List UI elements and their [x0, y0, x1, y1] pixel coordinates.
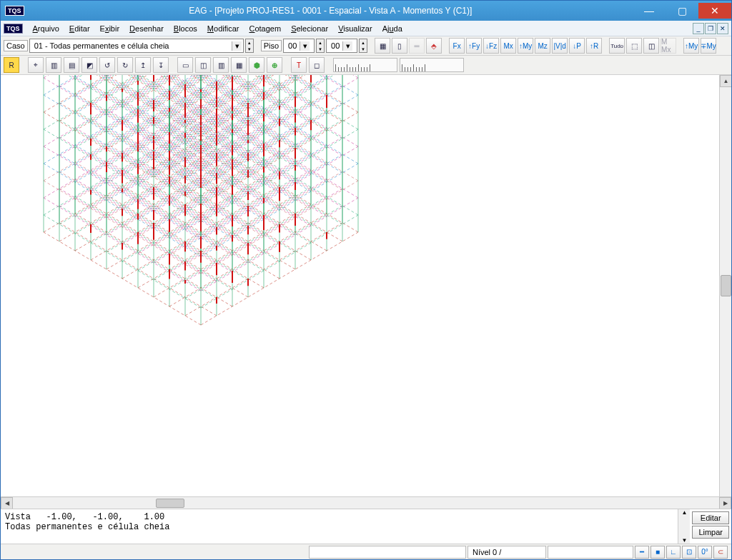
- ruler-2[interactable]: [400, 58, 464, 72]
- log-scrollbar[interactable]: ▲ ▼: [678, 509, 690, 544]
- log-scroll-up-icon[interactable]: ▲: [678, 509, 690, 516]
- filter1-button[interactable]: ⬚: [626, 38, 642, 54]
- fy-button[interactable]: ↑Fy: [466, 38, 482, 54]
- my-plus-button[interactable]: ↑My: [683, 38, 699, 54]
- rotate-left-button[interactable]: ↺: [99, 57, 115, 73]
- snap-perp-icon[interactable]: ∟: [666, 546, 681, 559]
- side-view-button[interactable]: ▤: [64, 57, 79, 73]
- toolbar-view: R ⌖ ▥ ▤ ◩ ↺ ↻ ↥ ↧ ▭ ◫ ▥ ▦ ⬢ ⊕ T ◻: [1, 56, 731, 75]
- column-view-button[interactable]: ▯: [392, 38, 407, 54]
- window-title: EAG - [Projeto PROJ-RES1 - 0001 - Espaci…: [29, 6, 633, 16]
- iso-view-button[interactable]: ◩: [81, 57, 97, 73]
- menu-arquivo[interactable]: Arquivo: [29, 23, 64, 34]
- floor-to-spinner[interactable]: ▲▼: [359, 39, 367, 53]
- limpar-button[interactable]: Limpar: [692, 526, 729, 539]
- menubar: TQS Arquivo Editar Exibir Desenhar Bloco…: [1, 21, 731, 36]
- maximize-button[interactable]: ▢: [666, 3, 698, 19]
- tudo-button[interactable]: Tudo: [609, 38, 625, 54]
- dropdown-icon[interactable]: ▾: [300, 41, 310, 51]
- filter2-button[interactable]: ◫: [643, 38, 659, 54]
- menu-modificar[interactable]: Modificar: [203, 23, 244, 34]
- render-button[interactable]: ⊕: [267, 57, 282, 73]
- vscroll-thumb[interactable]: [721, 275, 731, 296]
- r-button[interactable]: ↑R: [586, 38, 602, 54]
- app-window: TQS EAG - [Projeto PROJ-RES1 - 0001 - Es…: [0, 0, 732, 560]
- floor-to-combo[interactable]: 00▾: [326, 39, 357, 53]
- statusbar: Nível 0 / ━ ■ ∟ ⊡ 0° ⊂: [1, 544, 731, 559]
- forces-button[interactable]: ⬘: [426, 38, 442, 54]
- command-area: Vista -1.00, -1.00, 1.00 Todas permanent…: [1, 509, 731, 544]
- ruler-1[interactable]: [333, 58, 397, 72]
- rotate-up-button[interactable]: ↥: [135, 57, 151, 73]
- case-combo[interactable]: 01 - Todas permanentes e célula cheia ▾: [29, 39, 244, 53]
- case-combo-value: 01 - Todas permanentes e célula cheia: [31, 41, 232, 50]
- titlebar: TQS EAG - [Projeto PROJ-RES1 - 0001 - Es…: [1, 1, 731, 21]
- scroll-right-icon[interactable]: ▶: [719, 497, 731, 509]
- capture-button[interactable]: ◻: [309, 57, 325, 73]
- minimize-button[interactable]: —: [633, 3, 666, 19]
- menu-ajuda[interactable]: Ajuda: [378, 23, 407, 34]
- mdi-minimize-button[interactable]: _: [693, 23, 704, 34]
- hscroll-thumb[interactable]: [156, 499, 184, 508]
- command-log: Vista -1.00, -1.00, 1.00 Todas permanent…: [1, 509, 678, 544]
- status-coords: [309, 546, 466, 559]
- r-toggle-button[interactable]: R: [4, 57, 19, 73]
- floor-label: Piso: [261, 40, 282, 51]
- scroll-left-icon[interactable]: ◀: [1, 497, 13, 509]
- snap-endpoint-icon[interactable]: ━: [635, 546, 649, 559]
- beam-view-button[interactable]: ═: [409, 38, 425, 54]
- snap-node-icon[interactable]: ⊡: [682, 546, 696, 559]
- angle-chip[interactable]: 0°: [698, 546, 712, 559]
- mdi-close-button[interactable]: ✕: [717, 23, 728, 34]
- rotate-down-button[interactable]: ↧: [153, 57, 169, 73]
- horizontal-scrollbar[interactable]: ◀ ▶: [1, 496, 731, 509]
- snap-midpoint-icon[interactable]: ■: [651, 546, 665, 559]
- case-label: Caso: [4, 40, 28, 51]
- grid-toggle-button[interactable]: ▦: [375, 38, 390, 54]
- app-logo-small: TQS: [4, 24, 23, 34]
- dropdown-icon[interactable]: ▾: [342, 41, 352, 51]
- dropdown-icon[interactable]: ▾: [232, 41, 242, 51]
- toolbar-case: Caso 01 - Todas permanentes e célula che…: [1, 36, 731, 56]
- status-empty: [548, 546, 633, 559]
- close-button[interactable]: ✕: [698, 3, 731, 19]
- my-minus-button[interactable]: ∓My: [701, 38, 716, 54]
- menu-exibir[interactable]: Exibir: [96, 23, 124, 34]
- vertical-scrollbar[interactable]: ▲: [719, 75, 731, 496]
- menu-blocos[interactable]: Blocos: [169, 23, 202, 34]
- menu-editar[interactable]: Editar: [65, 23, 94, 34]
- menu-selecionar[interactable]: Selecionar: [287, 23, 332, 34]
- menu-cotagem[interactable]: Cotagem: [244, 23, 285, 34]
- mmx-button[interactable]: M Mx: [661, 38, 676, 54]
- viewport: (function(){ var svgNS="http://www.w3.or…: [1, 75, 731, 496]
- rotate-right-button[interactable]: ↻: [117, 57, 133, 73]
- case-spinner[interactable]: ▲▼: [245, 39, 254, 53]
- app-logo-chip: TQS: [5, 6, 24, 16]
- editar-button[interactable]: Editar: [692, 511, 729, 524]
- vd-button[interactable]: |V|d: [552, 38, 568, 54]
- layout3-button[interactable]: ▥: [213, 57, 229, 73]
- fz-button[interactable]: ↓Fz: [483, 38, 499, 54]
- menu-visualizar[interactable]: Visualizar: [334, 23, 377, 34]
- log-scroll-down-icon[interactable]: ▼: [678, 537, 690, 544]
- scroll-up-icon[interactable]: ▲: [720, 75, 731, 87]
- magnet-icon[interactable]: ⊂: [713, 546, 728, 559]
- floor-from-spinner[interactable]: ▲▼: [316, 39, 325, 53]
- fx-button[interactable]: Fx: [449, 38, 465, 54]
- layout2-button[interactable]: ◫: [195, 57, 211, 73]
- p-button[interactable]: ↓P: [569, 38, 585, 54]
- front-view-button[interactable]: ▥: [46, 57, 61, 73]
- mx-button[interactable]: Mx: [500, 38, 516, 54]
- text-button[interactable]: T: [291, 57, 307, 73]
- mdi-restore-button[interactable]: ❐: [705, 23, 716, 34]
- floor-from-combo[interactable]: 00▾: [283, 39, 315, 53]
- 3d-button[interactable]: ⬢: [249, 57, 264, 73]
- drawing-canvas[interactable]: (function(){ var svgNS="http://www.w3.or…: [1, 75, 719, 496]
- mz-button[interactable]: Mz: [535, 38, 550, 54]
- status-nivel: Nível 0 /: [468, 546, 546, 559]
- menu-desenhar[interactable]: Desenhar: [125, 23, 168, 34]
- plan-view-button[interactable]: ⌖: [28, 57, 44, 73]
- layout1-button[interactable]: ▭: [177, 57, 193, 73]
- my-button[interactable]: ↑My: [518, 38, 533, 54]
- layout4-button[interactable]: ▦: [231, 57, 247, 73]
